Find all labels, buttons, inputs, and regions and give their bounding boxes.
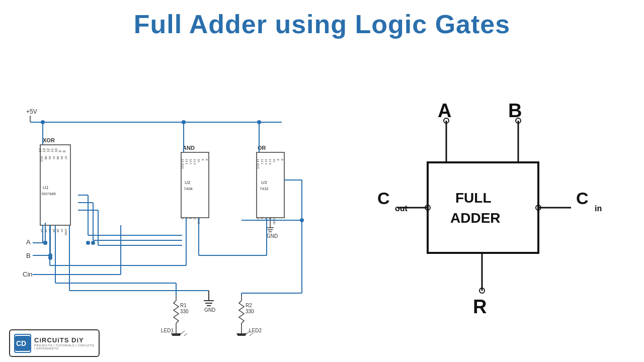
svg-text:7432: 7432 <box>260 187 269 191</box>
svg-text:10: 10 <box>197 159 200 162</box>
svg-text:A: A <box>26 238 31 246</box>
svg-text:3A: 3A <box>60 156 63 159</box>
svg-text:11: 11 <box>50 148 54 152</box>
svg-point-158 <box>91 241 95 245</box>
svg-text:14: 14 <box>257 159 260 162</box>
svg-text:10: 10 <box>273 159 276 162</box>
svg-text:VCC: VCC <box>257 163 260 169</box>
svg-text:+5V: +5V <box>26 108 37 115</box>
svg-point-157 <box>86 241 90 245</box>
svg-text:FULL: FULL <box>455 190 492 206</box>
svg-text:C: C <box>377 189 390 208</box>
svg-text:B: B <box>508 100 522 121</box>
svg-text:13: 13 <box>261 159 264 162</box>
svg-point-160 <box>48 256 52 260</box>
svg-marker-142 <box>236 333 247 336</box>
svg-text:Cin: Cin <box>23 270 33 278</box>
svg-text:3Y: 3Y <box>64 156 67 159</box>
svg-text:out: out <box>395 204 408 213</box>
logo-icon: CD <box>14 334 31 353</box>
svg-text:GND: GND <box>64 229 67 236</box>
svg-text:B: B <box>26 252 31 259</box>
svg-text:7408: 7408 <box>184 187 193 191</box>
svg-text:3B: 3B <box>56 156 59 159</box>
svg-marker-131 <box>171 333 181 336</box>
svg-text:ADDER: ADDER <box>450 210 501 226</box>
svg-text:GND: GND <box>273 218 276 225</box>
svg-text:VCC: VCC <box>181 163 184 169</box>
svg-text:GND: GND <box>267 233 278 239</box>
svg-point-79 <box>41 120 45 124</box>
svg-text:GND: GND <box>204 307 215 313</box>
logo-brand: CiRCUiTS DiY <box>34 336 95 344</box>
svg-text:SN7486: SN7486 <box>41 192 56 196</box>
svg-text:13: 13 <box>185 159 188 162</box>
svg-text:4Y: 4Y <box>52 156 55 159</box>
circuit-diagram: +5V XOR 14 13 12 11 10 9 8 VCC 4B 4A 4Y … <box>0 44 332 356</box>
svg-text:10: 10 <box>54 148 58 152</box>
svg-text:14: 14 <box>38 148 42 152</box>
svg-text:LED2: LED2 <box>249 328 262 333</box>
svg-text:U2: U2 <box>185 180 191 185</box>
svg-text:U3: U3 <box>261 180 267 185</box>
svg-text:13: 13 <box>42 148 46 152</box>
svg-text:12: 12 <box>46 148 50 152</box>
svg-text:14: 14 <box>181 159 184 162</box>
svg-text:R2: R2 <box>246 303 252 308</box>
svg-text:9: 9 <box>58 150 62 152</box>
svg-text:A: A <box>438 100 451 121</box>
svg-point-159 <box>43 241 47 245</box>
svg-text:330: 330 <box>246 309 254 314</box>
svg-text:2B: 2B <box>56 229 59 232</box>
svg-text:R1: R1 <box>180 303 187 308</box>
svg-text:330: 330 <box>180 309 189 314</box>
svg-text:11: 11 <box>193 159 196 162</box>
svg-text:4A: 4A <box>48 156 51 159</box>
svg-text:8: 8 <box>62 150 66 152</box>
logo: CD CiRCUiTS DiY PROJECTS | TUTORIALS | C… <box>9 329 100 357</box>
svg-text:12: 12 <box>189 159 192 162</box>
svg-text:2Y: 2Y <box>60 229 63 232</box>
svg-text:CD: CD <box>16 339 26 347</box>
svg-text:R: R <box>473 296 487 317</box>
svg-text:4B: 4B <box>44 156 47 159</box>
logo-tagline: PROJECTS | TUTORIALS | CIRCUITS | DATASH… <box>34 344 95 350</box>
svg-text:in: in <box>595 204 602 213</box>
block-diagram: A B FULL ADDER C out C in R <box>332 44 644 356</box>
svg-text:VCC: VCC <box>40 156 43 162</box>
svg-text:U1: U1 <box>43 185 49 190</box>
svg-text:XOR: XOR <box>43 137 55 143</box>
page-title: Full Adder using Logic Gates <box>0 0 644 44</box>
svg-rect-167 <box>428 162 538 253</box>
svg-point-81 <box>182 120 186 124</box>
svg-text:C: C <box>576 189 589 208</box>
svg-text:12: 12 <box>265 159 268 162</box>
svg-text:AND: AND <box>183 145 195 151</box>
svg-text:11: 11 <box>269 159 272 162</box>
svg-text:LED1: LED1 <box>161 328 174 333</box>
